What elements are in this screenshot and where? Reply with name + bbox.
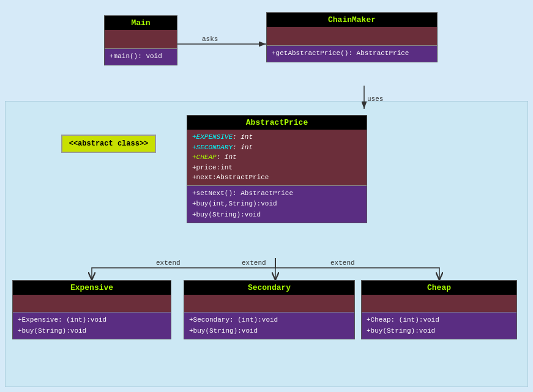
cheap-class-methods: +Cheap: (int):void +buy(String):void <box>362 312 516 339</box>
cheap-class: Cheap +Cheap: (int):void +buy(String):vo… <box>361 280 517 339</box>
secondary-class: Secondary +Secondary: (int):void +buy(St… <box>184 280 355 339</box>
abstractprice-class: AbstractPrice +EXPENSIVE: int +SECONDARY… <box>187 115 367 223</box>
chainmaker-class-methods: +getAbstractPrice(): AbstractPrice <box>267 45 437 62</box>
expensive-class-methods: +Expensive: (int):void +buy(String):void <box>13 312 171 339</box>
secondary-class-attrs <box>184 295 354 312</box>
abstract-class-label: <<abstract class>> <box>61 135 156 153</box>
diagram-area: asks uses extend extend extend Main +mai… <box>0 0 533 392</box>
abstractprice-class-header: AbstractPrice <box>187 116 367 130</box>
cheap-class-header: Cheap <box>362 281 516 295</box>
secondary-class-methods: +Secondary: (int):void +buy(String):void <box>184 312 354 339</box>
main-class-header: Main <box>105 16 177 30</box>
chainmaker-class: ChainMaker +getAbstractPrice(): Abstract… <box>266 12 438 62</box>
secondary-class-header: Secondary <box>184 281 354 295</box>
abstractprice-class-attrs: +EXPENSIVE: int +SECONDARY: int +CHEAP: … <box>187 130 367 185</box>
abstractprice-class-methods: +setNext(): AbstractPrice +buy(int,Strin… <box>187 185 367 223</box>
main-class: Main +main(): void <box>104 15 177 65</box>
chainmaker-class-header: ChainMaker <box>267 13 437 27</box>
main-class-methods: +main(): void <box>105 48 177 65</box>
expensive-class: Expensive +Expensive: (int):void +buy(St… <box>12 280 171 339</box>
expensive-class-header: Expensive <box>13 281 171 295</box>
chainmaker-class-attrs <box>267 27 437 45</box>
expensive-class-attrs <box>13 295 171 312</box>
asks-label: asks <box>202 35 218 43</box>
cheap-class-attrs <box>362 295 516 312</box>
main-class-attrs <box>105 30 177 48</box>
